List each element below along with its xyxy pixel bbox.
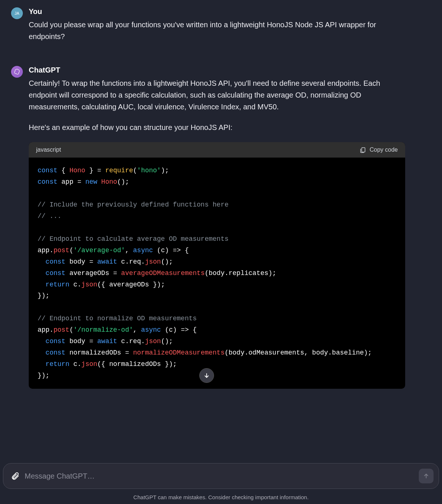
assistant-para-2: Here's an example of how you can structu…: [29, 121, 405, 133]
copy-code-label: Copy code: [370, 147, 398, 153]
user-message: JA You Could you please wrap all your fu…: [11, 7, 405, 51]
code-content[interactable]: const { Hono } = require('hono'); const …: [29, 158, 405, 389]
user-initials: JA: [15, 11, 20, 15]
send-button[interactable]: [419, 469, 434, 483]
composer: ChatGPT can make mistakes. Consider chec…: [0, 463, 442, 504]
composer-bar: [3, 463, 439, 489]
message-input[interactable]: [25, 472, 414, 480]
openai-icon: [14, 68, 20, 75]
code-header: javascript Copy code: [29, 142, 405, 158]
scroll-to-bottom-button[interactable]: [199, 368, 214, 383]
copy-code-button[interactable]: Copy code: [359, 147, 398, 153]
disclaimer-text: ChatGPT can make mistakes. Consider chec…: [3, 494, 439, 500]
assistant-para-1: Certainly! To wrap the functions into a …: [29, 77, 405, 113]
assistant-avatar: [11, 66, 23, 78]
svg-rect-0: [362, 148, 365, 152]
user-message-text: Could you please wrap all your functions…: [29, 19, 405, 42]
attach-button[interactable]: [11, 472, 20, 480]
user-avatar: JA: [11, 7, 23, 19]
paperclip-icon: [11, 472, 20, 480]
clipboard-icon: [359, 147, 366, 153]
code-block: javascript Copy code const { Hono } = re…: [29, 142, 405, 389]
conversation: JA You Could you please wrap all your fu…: [0, 0, 442, 389]
arrow-up-icon: [423, 473, 429, 479]
assistant-message: ChatGPT Certainly! To wrap the functions…: [11, 66, 405, 389]
code-language: javascript: [36, 147, 61, 153]
assistant-sender-name: ChatGPT: [29, 66, 405, 74]
user-message-content: You Could you please wrap all your funct…: [29, 7, 405, 51]
assistant-message-content: ChatGPT Certainly! To wrap the functions…: [29, 66, 405, 389]
arrow-down-icon: [203, 372, 210, 379]
user-sender-name: You: [29, 7, 405, 16]
